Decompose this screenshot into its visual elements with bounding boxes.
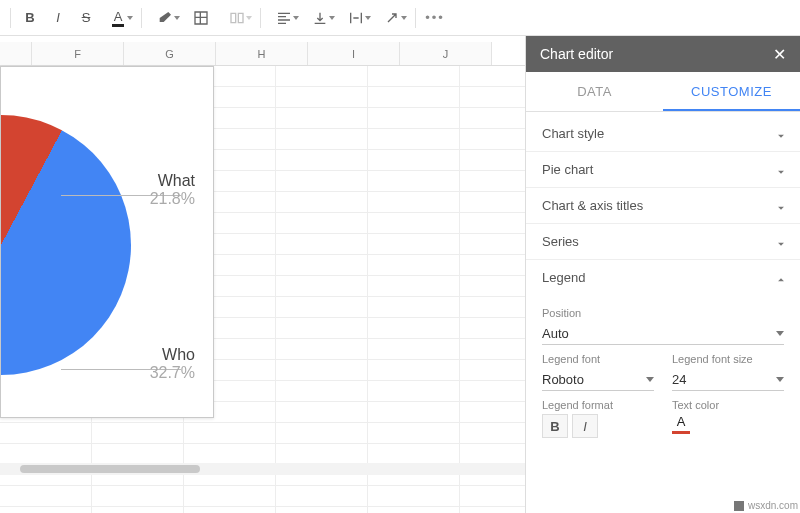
tab-customize[interactable]: CUSTOMIZE: [663, 72, 800, 111]
legend-font-size-label: Legend font size: [672, 353, 784, 365]
data-label-what: What 21.8%: [150, 172, 195, 207]
spreadsheet-area[interactable]: F G H I J What 21.8% Who 32.7%: [0, 36, 525, 513]
data-label-who: Who 32.7%: [150, 346, 195, 381]
text-rotate-button[interactable]: [375, 5, 409, 31]
legend-bold-button[interactable]: B: [542, 414, 568, 438]
dropdown-icon: [646, 377, 654, 382]
borders-icon: [193, 10, 209, 26]
text-wrap-button[interactable]: [339, 5, 373, 31]
embedded-chart[interactable]: What 21.8% Who 32.7%: [0, 66, 214, 418]
watermark: wsxdn.com: [734, 500, 798, 511]
chevron-down-icon: [774, 201, 784, 211]
fill-color-button[interactable]: [148, 5, 182, 31]
italic-button[interactable]: I: [45, 5, 71, 31]
col-header-g[interactable]: G: [124, 42, 216, 65]
column-headers: F G H I J: [0, 42, 525, 66]
col-header-j[interactable]: J: [400, 42, 492, 65]
rotate-icon: [384, 10, 400, 26]
borders-button[interactable]: [184, 5, 218, 31]
formatting-toolbar: B I S A •••: [0, 0, 800, 36]
dropdown-icon: [776, 331, 784, 336]
legend-font-label: Legend font: [542, 353, 654, 365]
tab-data[interactable]: DATA: [526, 72, 663, 111]
v-align-icon: [312, 10, 328, 26]
wrap-icon: [348, 10, 364, 26]
chevron-down-icon: [774, 129, 784, 139]
strikethrough-button[interactable]: S: [73, 5, 99, 31]
col-header-f[interactable]: F: [32, 42, 124, 65]
position-select[interactable]: Auto: [542, 322, 784, 345]
section-pie-chart[interactable]: Pie chart: [526, 152, 800, 188]
legend-font-select[interactable]: Roboto: [542, 368, 654, 391]
section-chart-style[interactable]: Chart style: [526, 116, 800, 152]
col-header-h[interactable]: H: [216, 42, 308, 65]
text-color-button[interactable]: A: [101, 5, 135, 31]
legend-italic-button[interactable]: I: [572, 414, 598, 438]
color-swatch: [672, 431, 690, 434]
pie-chart: [0, 115, 131, 375]
align-left-icon: [276, 10, 292, 26]
sidebar-title: Chart editor: [540, 46, 613, 62]
section-legend[interactable]: Legend: [526, 260, 800, 295]
section-chart-axis-titles[interactable]: Chart & axis titles: [526, 188, 800, 224]
legend-panel: Position Auto Legend font Roboto Legend …: [526, 295, 800, 450]
section-series[interactable]: Series: [526, 224, 800, 260]
close-button[interactable]: ✕: [773, 45, 786, 64]
scrollbar-thumb[interactable]: [20, 465, 200, 473]
legend-font-size-select[interactable]: 24: [672, 368, 784, 391]
text-color-picker[interactable]: A: [672, 414, 784, 434]
text-color-label: Text color: [672, 399, 784, 411]
col-header-i[interactable]: I: [308, 42, 400, 65]
bold-button[interactable]: B: [17, 5, 43, 31]
horizontal-scrollbar[interactable]: [0, 463, 525, 475]
sidebar-header: Chart editor ✕: [526, 36, 800, 72]
dropdown-icon: [776, 377, 784, 382]
chevron-up-icon: [774, 273, 784, 283]
merge-cells-button[interactable]: [220, 5, 254, 31]
chevron-down-icon: [774, 237, 784, 247]
h-align-button[interactable]: [267, 5, 301, 31]
legend-format-label: Legend format: [542, 399, 654, 411]
chart-editor-sidebar: Chart editor ✕ DATA CUSTOMIZE Chart styl…: [525, 36, 800, 513]
position-label: Position: [542, 307, 784, 319]
more-button[interactable]: •••: [422, 5, 448, 31]
merge-icon: [229, 10, 245, 26]
paint-bucket-icon: [157, 10, 173, 26]
v-align-button[interactable]: [303, 5, 337, 31]
chevron-down-icon: [774, 165, 784, 175]
